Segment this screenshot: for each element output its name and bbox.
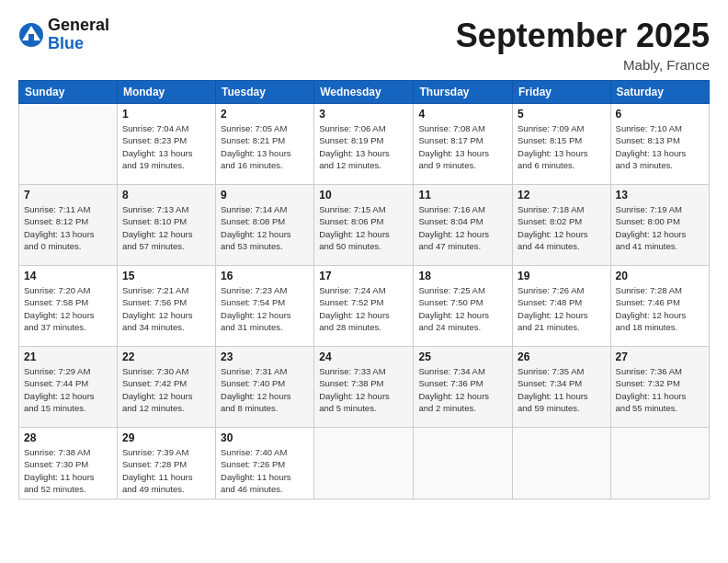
- title-block: September 2025 Mably, France: [456, 17, 710, 73]
- day-number: 1: [122, 108, 210, 121]
- day-number: 25: [418, 350, 507, 363]
- calendar-cell: 10Sunrise: 7:15 AM Sunset: 8:06 PM Dayli…: [314, 185, 414, 266]
- day-number: 11: [418, 189, 507, 201]
- day-number: 20: [616, 270, 704, 282]
- page-header: General Blue September 2025 Mably, Franc…: [18, 17, 710, 73]
- calendar-cell: 14Sunrise: 7:20 AM Sunset: 7:58 PM Dayli…: [19, 266, 118, 347]
- logo-icon: [18, 22, 44, 48]
- month-title: September 2025: [456, 17, 710, 55]
- calendar-cell: 19Sunrise: 7:26 AM Sunset: 7:48 PM Dayli…: [513, 266, 611, 347]
- weekday-header-wednesday: Wednesday: [314, 81, 414, 104]
- calendar-cell: 24Sunrise: 7:33 AM Sunset: 7:38 PM Dayli…: [314, 347, 414, 428]
- day-info: Sunrise: 7:35 AM Sunset: 7:34 PM Dayligh…: [518, 365, 606, 414]
- weekday-header-sunday: Sunday: [19, 81, 118, 104]
- day-info: Sunrise: 7:13 AM Sunset: 8:10 PM Dayligh…: [122, 203, 210, 252]
- calendar-cell: 4Sunrise: 7:08 AM Sunset: 8:17 PM Daylig…: [414, 104, 513, 185]
- calendar-cell: 22Sunrise: 7:30 AM Sunset: 7:42 PM Dayli…: [117, 347, 215, 428]
- day-number: 21: [24, 350, 112, 363]
- day-number: 13: [616, 189, 704, 201]
- calendar-cell: 26Sunrise: 7:35 AM Sunset: 7:34 PM Dayli…: [513, 347, 611, 428]
- day-number: 17: [319, 270, 408, 282]
- calendar-header-row: SundayMondayTuesdayWednesdayThursdayFrid…: [19, 81, 710, 104]
- day-info: Sunrise: 7:16 AM Sunset: 8:04 PM Dayligh…: [418, 203, 507, 252]
- weekday-header-tuesday: Tuesday: [216, 81, 314, 104]
- calendar-cell: 25Sunrise: 7:34 AM Sunset: 7:36 PM Dayli…: [414, 347, 513, 428]
- day-info: Sunrise: 7:14 AM Sunset: 8:08 PM Dayligh…: [221, 203, 309, 252]
- day-info: Sunrise: 7:29 AM Sunset: 7:44 PM Dayligh…: [24, 365, 112, 414]
- weekday-header-saturday: Saturday: [610, 81, 709, 104]
- day-info: Sunrise: 7:06 AM Sunset: 8:19 PM Dayligh…: [319, 122, 408, 171]
- day-number: 28: [24, 431, 112, 444]
- day-number: 19: [518, 270, 606, 282]
- calendar-cell: 30Sunrise: 7:40 AM Sunset: 7:26 PM Dayli…: [216, 428, 314, 500]
- calendar-cell: 2Sunrise: 7:05 AM Sunset: 8:21 PM Daylig…: [216, 104, 314, 185]
- calendar-cell: 28Sunrise: 7:38 AM Sunset: 7:30 PM Dayli…: [19, 428, 118, 500]
- calendar-cell: 23Sunrise: 7:31 AM Sunset: 7:40 PM Dayli…: [216, 347, 314, 428]
- day-number: 26: [518, 350, 606, 363]
- svg-rect-2: [28, 34, 34, 40]
- day-number: 6: [616, 108, 704, 121]
- day-number: 3: [319, 108, 408, 121]
- day-info: Sunrise: 7:38 AM Sunset: 7:30 PM Dayligh…: [24, 446, 112, 495]
- day-info: Sunrise: 7:05 AM Sunset: 8:21 PM Dayligh…: [221, 122, 309, 171]
- day-info: Sunrise: 7:26 AM Sunset: 7:48 PM Dayligh…: [518, 284, 606, 333]
- day-info: Sunrise: 7:24 AM Sunset: 7:52 PM Dayligh…: [319, 284, 408, 333]
- day-info: Sunrise: 7:10 AM Sunset: 8:13 PM Dayligh…: [616, 122, 704, 171]
- day-number: 7: [24, 189, 112, 201]
- day-info: Sunrise: 7:11 AM Sunset: 8:12 PM Dayligh…: [24, 203, 112, 252]
- calendar-cell: 13Sunrise: 7:19 AM Sunset: 8:00 PM Dayli…: [610, 185, 709, 266]
- day-number: 5: [518, 108, 606, 121]
- calendar-cell: 6Sunrise: 7:10 AM Sunset: 8:13 PM Daylig…: [610, 104, 709, 185]
- day-number: 18: [418, 270, 507, 282]
- calendar-cell: [414, 428, 513, 500]
- calendar-table: SundayMondayTuesdayWednesdayThursdayFrid…: [18, 80, 710, 500]
- calendar-cell: 1Sunrise: 7:04 AM Sunset: 8:23 PM Daylig…: [117, 104, 215, 185]
- day-info: Sunrise: 7:25 AM Sunset: 7:50 PM Dayligh…: [418, 284, 507, 333]
- day-info: Sunrise: 7:20 AM Sunset: 7:58 PM Dayligh…: [24, 284, 112, 333]
- calendar-cell: 27Sunrise: 7:36 AM Sunset: 7:32 PM Dayli…: [610, 347, 709, 428]
- calendar-cell: 15Sunrise: 7:21 AM Sunset: 7:56 PM Dayli…: [117, 266, 215, 347]
- calendar-cell: 16Sunrise: 7:23 AM Sunset: 7:54 PM Dayli…: [216, 266, 314, 347]
- day-number: 22: [122, 350, 210, 363]
- location: Mably, France: [456, 57, 710, 73]
- day-info: Sunrise: 7:34 AM Sunset: 7:36 PM Dayligh…: [418, 365, 507, 414]
- day-number: 12: [518, 189, 606, 201]
- calendar-cell: 18Sunrise: 7:25 AM Sunset: 7:50 PM Dayli…: [414, 266, 513, 347]
- day-number: 8: [122, 189, 210, 201]
- logo-text: General Blue: [48, 17, 109, 53]
- day-number: 14: [24, 270, 112, 282]
- calendar-cell: 11Sunrise: 7:16 AM Sunset: 8:04 PM Dayli…: [414, 185, 513, 266]
- calendar-cell: 7Sunrise: 7:11 AM Sunset: 8:12 PM Daylig…: [19, 185, 118, 266]
- day-info: Sunrise: 7:15 AM Sunset: 8:06 PM Dayligh…: [319, 203, 408, 252]
- day-number: 2: [221, 108, 309, 121]
- calendar-cell: 17Sunrise: 7:24 AM Sunset: 7:52 PM Dayli…: [314, 266, 414, 347]
- calendar-cell: [610, 428, 709, 500]
- day-number: 4: [418, 108, 507, 121]
- day-number: 16: [221, 270, 309, 282]
- day-info: Sunrise: 7:36 AM Sunset: 7:32 PM Dayligh…: [616, 365, 704, 414]
- day-info: Sunrise: 7:30 AM Sunset: 7:42 PM Dayligh…: [122, 365, 210, 414]
- day-info: Sunrise: 7:04 AM Sunset: 8:23 PM Dayligh…: [122, 122, 210, 171]
- weekday-header-monday: Monday: [117, 81, 215, 104]
- day-number: 27: [616, 350, 704, 363]
- day-info: Sunrise: 7:39 AM Sunset: 7:28 PM Dayligh…: [122, 446, 210, 495]
- day-info: Sunrise: 7:31 AM Sunset: 7:40 PM Dayligh…: [221, 365, 309, 414]
- day-info: Sunrise: 7:40 AM Sunset: 7:26 PM Dayligh…: [221, 446, 309, 495]
- calendar-cell: 5Sunrise: 7:09 AM Sunset: 8:15 PM Daylig…: [513, 104, 611, 185]
- calendar-cell: 12Sunrise: 7:18 AM Sunset: 8:02 PM Dayli…: [513, 185, 611, 266]
- day-number: 10: [319, 189, 408, 201]
- calendar-cell: 29Sunrise: 7:39 AM Sunset: 7:28 PM Dayli…: [117, 428, 215, 500]
- calendar-cell: [19, 104, 118, 185]
- weekday-header-thursday: Thursday: [414, 81, 513, 104]
- day-number: 24: [319, 350, 408, 363]
- day-info: Sunrise: 7:18 AM Sunset: 8:02 PM Dayligh…: [518, 203, 606, 252]
- day-number: 23: [221, 350, 309, 363]
- day-info: Sunrise: 7:21 AM Sunset: 7:56 PM Dayligh…: [122, 284, 210, 333]
- weekday-header-friday: Friday: [513, 81, 611, 104]
- day-info: Sunrise: 7:33 AM Sunset: 7:38 PM Dayligh…: [319, 365, 408, 414]
- day-number: 9: [221, 189, 309, 201]
- day-info: Sunrise: 7:08 AM Sunset: 8:17 PM Dayligh…: [418, 122, 507, 171]
- day-number: 15: [122, 270, 210, 282]
- logo: General Blue: [18, 17, 109, 53]
- day-info: Sunrise: 7:09 AM Sunset: 8:15 PM Dayligh…: [518, 122, 606, 171]
